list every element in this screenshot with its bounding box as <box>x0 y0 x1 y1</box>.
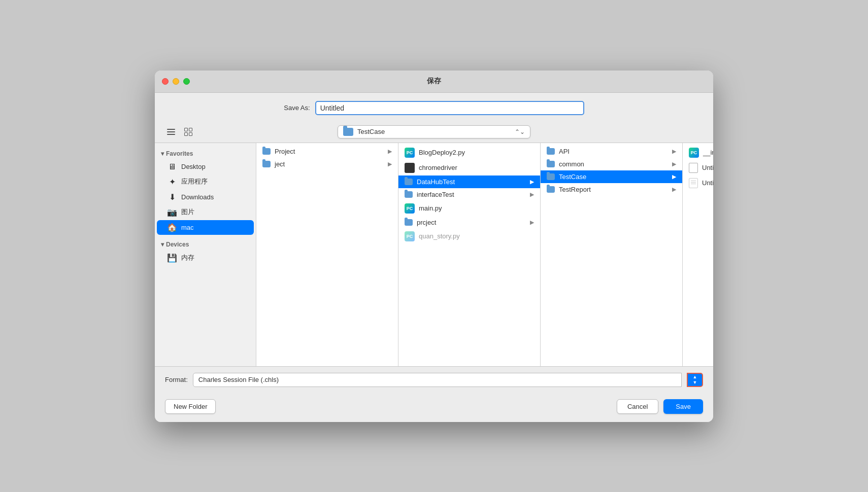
sidebar-item-storage[interactable]: 💾 内存 <box>157 251 254 265</box>
file-column-4: PC __init__.py Untitled.har Untitled.yml <box>683 143 713 366</box>
favorites-header: ▾ Favorites <box>155 148 256 159</box>
file-row[interactable]: prcject ▶ <box>398 216 540 229</box>
window-title: 保存 <box>427 77 441 86</box>
chevron-right-icon: ▶ <box>672 148 676 155</box>
text-file-icon <box>689 178 698 188</box>
sidebar-item-pictures[interactable]: 📷 图片 <box>157 205 254 220</box>
sidebar-item-label: Desktop <box>181 163 206 170</box>
sidebar-item-label: 内存 <box>181 253 194 262</box>
har-file-icon <box>689 163 698 173</box>
folder-icon <box>547 161 555 167</box>
sidebar-item-label: 图片 <box>181 207 194 217</box>
sidebar-item-label: mac <box>181 224 194 231</box>
maximize-button[interactable] <box>183 78 190 85</box>
file-row[interactable]: chromedriver <box>398 160 540 175</box>
location-name: TestCase <box>357 128 511 135</box>
location-dropdown[interactable]: TestCase ⌃⌄ <box>338 125 530 138</box>
chevron-right-icon: ▶ <box>530 191 534 198</box>
file-columns: Project ▶ ject ▶ PC BlogDeploy2.py <box>256 143 713 366</box>
file-row[interactable]: Project ▶ <box>256 145 398 158</box>
format-input[interactable] <box>193 373 682 387</box>
folder-icon <box>405 179 413 185</box>
downloads-icon: ⬇ <box>167 192 177 202</box>
save-as-row: Save As: <box>155 93 713 121</box>
file-row[interactable]: TestCase ▶ <box>541 170 682 183</box>
minimize-button[interactable] <box>173 78 179 85</box>
pictures-icon: 📷 <box>167 207 177 217</box>
chevron-right-icon: ▶ <box>672 186 676 193</box>
chromedriver-icon <box>405 163 415 173</box>
sidebar-item-applications[interactable]: ✦ 应用程序 <box>157 174 254 189</box>
file-column-3: API ▶ common ▶ TestCase ▶ <box>541 143 683 366</box>
file-row[interactable]: Untitled.har <box>683 160 713 175</box>
save-as-label: Save As: <box>284 104 310 112</box>
chevron-right-icon: ▶ <box>672 173 676 180</box>
desktop-icon: 🖥 <box>167 162 177 171</box>
folder-icon <box>547 173 555 180</box>
chevron-right-icon: ▶ <box>388 148 392 155</box>
folder-icon <box>405 191 413 198</box>
file-row[interactable]: interfaceTest ▶ <box>398 188 540 201</box>
title-bar: 保存 <box>155 71 713 93</box>
save-as-input[interactable] <box>315 101 584 115</box>
close-button[interactable] <box>162 78 169 85</box>
sidebar-item-downloads[interactable]: ⬇ Downloads <box>157 190 254 204</box>
grid-view-button[interactable] <box>182 126 194 138</box>
save-button[interactable]: Save <box>663 399 703 414</box>
folder-icon <box>547 148 555 155</box>
file-row[interactable]: DataHubTest ▶ <box>398 175 540 188</box>
pycharm-icon: PC <box>405 148 415 158</box>
sidebar: ▾ Favorites 🖥 Desktop ✦ 应用程序 ⬇ Downloads… <box>155 143 256 366</box>
file-row[interactable]: PC BlogDeploy2.py <box>398 145 540 160</box>
format-label: Format: <box>165 376 188 383</box>
storage-icon: 💾 <box>167 253 177 263</box>
chevron-right-icon: ▶ <box>530 219 534 226</box>
pycharm-icon: PC <box>405 231 415 241</box>
file-row[interactable]: PC quan_story.py <box>398 229 540 244</box>
file-row[interactable]: common ▶ <box>541 158 682 170</box>
stepper-down-icon: ▼ <box>693 380 697 385</box>
chevron-updown-icon: ⌃⌄ <box>515 128 525 135</box>
format-stepper[interactable]: ▲ ▼ <box>687 373 703 387</box>
sidebar-item-desktop[interactable]: 🖥 Desktop <box>157 160 254 174</box>
sidebar-item-label: Downloads <box>181 193 214 201</box>
stepper-up-icon: ▲ <box>693 375 697 379</box>
traffic-lights <box>162 78 190 85</box>
new-folder-button[interactable]: New Folder <box>165 399 216 414</box>
file-column-1: Project ▶ ject ▶ <box>256 143 398 366</box>
sidebar-item-label: 应用程序 <box>181 177 208 186</box>
pycharm-icon: PC <box>689 148 699 158</box>
mac-icon: 🏠 <box>167 223 177 232</box>
devices-collapse-icon[interactable]: ▾ <box>161 241 164 248</box>
location-row: TestCase ⌃⌄ <box>155 121 713 143</box>
file-row[interactable]: PC __init__.py <box>683 145 713 160</box>
footer: New Folder Cancel Save <box>155 393 713 422</box>
format-bar: Format: ▲ ▼ <box>155 366 713 393</box>
chevron-right-icon: ▶ <box>530 179 534 185</box>
folder-icon <box>405 219 413 226</box>
folder-icon <box>343 128 353 136</box>
file-row[interactable]: PC main.py <box>398 201 540 216</box>
chevron-right-icon: ▶ <box>672 161 676 167</box>
applications-icon: ✦ <box>167 177 177 187</box>
file-row[interactable]: API ▶ <box>541 145 682 158</box>
file-row[interactable]: ject ▶ <box>256 158 398 170</box>
folder-icon <box>547 186 555 193</box>
main-content: ▾ Favorites 🖥 Desktop ✦ 应用程序 ⬇ Downloads… <box>155 143 713 366</box>
file-row[interactable]: TestReport ▶ <box>541 183 682 196</box>
file-row[interactable]: Untitled.yml <box>683 175 713 191</box>
favorites-collapse-icon[interactable]: ▾ <box>161 150 164 157</box>
folder-icon <box>262 148 271 155</box>
chevron-right-icon: ▶ <box>388 161 392 167</box>
footer-actions: Cancel Save <box>617 399 703 414</box>
cancel-button[interactable]: Cancel <box>617 399 658 414</box>
pycharm-icon: PC <box>405 203 415 214</box>
devices-header: ▾ Devices <box>155 239 256 250</box>
folder-icon <box>262 161 271 167</box>
sidebar-item-mac[interactable]: 🏠 mac <box>157 220 254 235</box>
file-column-2: PC BlogDeploy2.py chromedriver DataHubTe… <box>398 143 541 366</box>
list-view-button[interactable] <box>165 127 177 137</box>
